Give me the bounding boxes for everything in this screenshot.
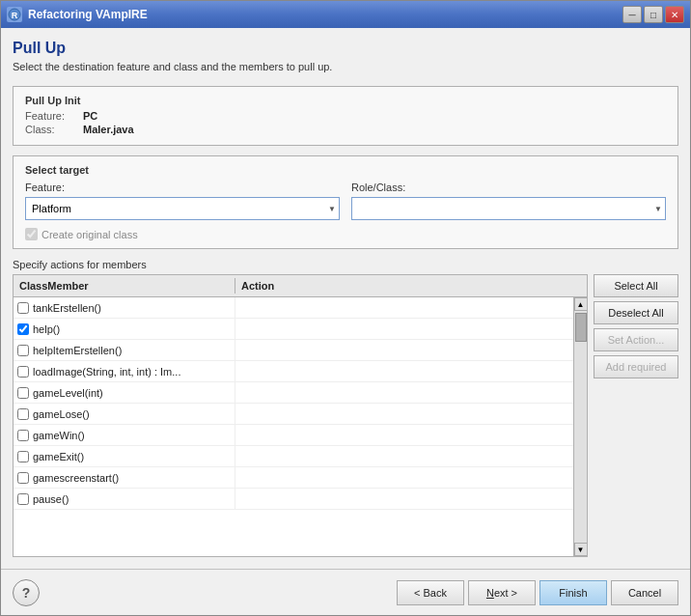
feature-dropdown[interactable]: Platform	[25, 197, 340, 220]
class-info-row: Class: Maler.java	[25, 124, 666, 135]
member-name: gameLose()	[33, 408, 90, 420]
create-original-checkbox[interactable]	[25, 228, 38, 240]
member-name: tankErstellen()	[33, 302, 101, 314]
table-row: gameWin()	[14, 425, 573, 446]
table-row: loadImage(String, int, int) : Im...	[14, 361, 573, 382]
feature-label: Feature:	[25, 110, 83, 122]
member-checkbox[interactable]	[17, 493, 29, 505]
dialog-content: Pull Up Select the destination feature a…	[1, 28, 690, 569]
table-row: gamescreenstart()	[14, 467, 573, 489]
cell-member: gameWin()	[14, 425, 235, 445]
cell-member: gameLose()	[14, 404, 235, 424]
member-name: gameWin()	[33, 430, 85, 441]
members-section: Specify actions for members ClassMember …	[13, 259, 678, 557]
cell-member: gameLevel(int)	[14, 382, 235, 403]
select-target-label: Select target	[25, 164, 666, 176]
feature-dropdown-wrapper: Platform ▼	[25, 197, 340, 220]
select-all-button[interactable]: Select All	[594, 274, 678, 297]
member-name: helpItemErstellen()	[33, 345, 122, 356]
members-layout: ClassMember Action tankErstellen()help()…	[13, 274, 678, 557]
window-title: Refactoring VAmpIRE	[28, 8, 622, 21]
table-row: pause()	[14, 489, 573, 510]
member-checkbox[interactable]	[17, 387, 29, 399]
member-name: pause()	[33, 493, 69, 505]
role-class-dropdown[interactable]	[351, 197, 666, 220]
target-row: Feature: Platform ▼ Create original clas…	[25, 182, 666, 240]
page-title: Pull Up	[13, 40, 678, 57]
cell-member: tankErstellen()	[14, 297, 235, 318]
next-button[interactable]: Next >	[468, 580, 536, 605]
window-icon: R	[7, 7, 22, 22]
create-original-row: Create original class	[25, 228, 340, 240]
footer-buttons: < Back Next > Finish Cancel	[397, 580, 678, 605]
back-label: < Back	[414, 587, 447, 599]
member-name: help()	[33, 323, 60, 335]
col-header-member: ClassMember	[14, 278, 235, 294]
maximize-button[interactable]: □	[644, 6, 663, 23]
close-button[interactable]: ✕	[665, 6, 684, 23]
svg-text:R: R	[12, 11, 18, 20]
member-checkbox[interactable]	[17, 366, 29, 378]
pull-up-init-section: Pull Up Init Feature: PC Class: Maler.ja…	[13, 86, 678, 146]
members-table: ClassMember Action tankErstellen()help()…	[13, 274, 588, 557]
back-button[interactable]: < Back	[397, 580, 464, 605]
cell-member: helpItemErstellen()	[14, 340, 235, 360]
member-name: gameExit()	[33, 451, 84, 462]
minimize-button[interactable]: ─	[622, 6, 642, 23]
select-target-section: Select target Feature: Platform ▼ Create…	[13, 155, 678, 249]
feature-value: PC	[83, 110, 97, 122]
set-action-button[interactable]: Set Action...	[594, 328, 678, 351]
main-window: R Refactoring VAmpIRE ─ □ ✕ Pull Up Sele…	[0, 0, 691, 616]
finish-button[interactable]: Finish	[539, 580, 607, 605]
role-class-col: Role/Class: ▼	[351, 182, 666, 220]
table-row: gameLevel(int)	[14, 382, 573, 404]
member-name: loadImage(String, int, int) : Im...	[33, 366, 180, 378]
members-section-label: Specify actions for members	[13, 259, 678, 270]
deselect-all-button[interactable]: Deselect All	[594, 301, 678, 324]
target-feature-label: Feature:	[25, 182, 340, 193]
table-row: tankErstellen()	[14, 297, 573, 319]
member-checkbox[interactable]	[17, 345, 29, 356]
cancel-button[interactable]: Cancel	[611, 580, 678, 605]
pull-up-init-label: Pull Up Init	[25, 95, 666, 106]
role-class-label: Role/Class:	[351, 182, 666, 193]
title-bar: R Refactoring VAmpIRE ─ □ ✕	[1, 1, 690, 28]
scroll-up-button[interactable]: ▲	[574, 297, 588, 311]
dialog-footer: ? < Back Next > Finish Cancel	[1, 569, 690, 615]
member-name: gamescreenstart()	[33, 472, 119, 484]
member-checkbox[interactable]	[17, 323, 29, 335]
side-buttons: Select All Deselect All Set Action... Ad…	[594, 274, 678, 557]
class-value: Maler.java	[83, 124, 134, 135]
cell-member: loadImage(String, int, int) : Im...	[14, 361, 235, 381]
add-required-button[interactable]: Add required	[594, 355, 678, 378]
create-original-label: Create original class	[41, 229, 138, 240]
member-checkbox[interactable]	[17, 472, 29, 484]
scroll-thumb[interactable]	[575, 313, 587, 342]
class-label: Class:	[25, 124, 83, 135]
feature-col: Feature: Platform ▼ Create original clas…	[25, 182, 340, 240]
table-row: gameLose()	[14, 404, 573, 425]
table-body: tankErstellen()help()helpItemErstellen()…	[14, 297, 573, 556]
scroll-down-button[interactable]: ▼	[574, 543, 588, 556]
member-checkbox[interactable]	[17, 430, 29, 441]
cell-member: gamescreenstart()	[14, 467, 235, 488]
cell-member: gameExit()	[14, 446, 235, 466]
table-header: ClassMember Action	[14, 275, 587, 297]
member-checkbox[interactable]	[17, 302, 29, 314]
scrollbar-track: ▲ ▼	[573, 297, 587, 556]
next-label: Next >	[486, 587, 517, 599]
table-row: help()	[14, 319, 573, 340]
table-row: helpItemErstellen()	[14, 340, 573, 361]
cell-member: help()	[14, 319, 235, 339]
cell-member: pause()	[14, 489, 235, 509]
page-subtitle: Select the destination feature and class…	[13, 61, 678, 72]
table-row: gameExit()	[14, 446, 573, 467]
member-checkbox[interactable]	[17, 408, 29, 420]
role-class-dropdown-wrapper: ▼	[351, 197, 666, 220]
window-controls: ─ □ ✕	[622, 6, 684, 23]
feature-info-row: Feature: PC	[25, 110, 666, 122]
help-button[interactable]: ?	[13, 579, 40, 606]
member-name: gameLevel(int)	[33, 387, 103, 399]
member-checkbox[interactable]	[17, 451, 29, 462]
col-header-action: Action	[235, 278, 573, 294]
